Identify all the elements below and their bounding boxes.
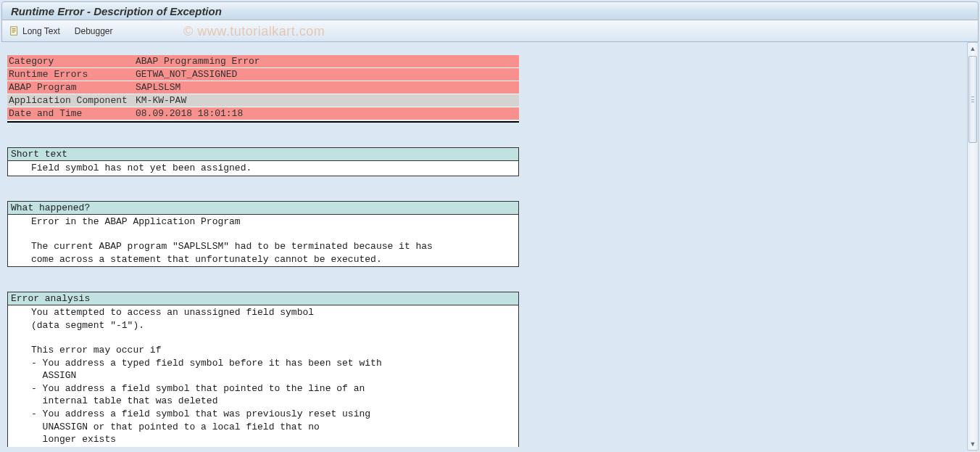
info-value: SAPLSLSM <box>134 81 519 94</box>
table-row: ABAP ProgramSAPLSLSM <box>7 81 519 94</box>
info-value: KM-KW-PAW <box>134 94 519 107</box>
long-text-button[interactable]: Long Text <box>9 26 60 36</box>
scroll-down-arrow-icon[interactable]: ▼ <box>968 439 978 449</box>
info-value: ABAP Programming Error <box>134 55 519 68</box>
toolbar: Long Text Debugger © www.tutorialkart.co… <box>1 20 979 42</box>
info-label: Date and Time <box>7 107 134 120</box>
text-line: - You address a field symbol that pointe… <box>11 382 515 395</box>
text-line: You attempted to access an unassigned fi… <box>11 306 515 319</box>
info-label: Runtime Errors <box>7 68 134 81</box>
text-line: This error may occur if <box>11 344 515 357</box>
table-row: Date and Time08.09.2018 18:01:18 <box>7 107 519 120</box>
long-text-label: Long Text <box>22 26 60 36</box>
text-line: Field symbol has not yet been assigned. <box>11 162 515 175</box>
text-line: Error in the ABAP Application Program <box>11 215 515 229</box>
table-row: Runtime ErrorsGETWA_NOT_ASSIGNED <box>7 68 519 81</box>
scroll-up-arrow-icon[interactable]: ▲ <box>968 44 978 54</box>
scroll-thumb[interactable] <box>968 56 977 143</box>
title-bar: Runtime Error - Description of Exception <box>1 1 979 20</box>
content-area: CategoryABAP Programming ErrorRuntime Er… <box>1 42 967 451</box>
page-title: Runtime Error - Description of Exception <box>11 5 222 17</box>
error-analysis-header: Error analysis <box>8 292 518 305</box>
error-analysis-section: Error analysis You attempted to access a… <box>7 292 519 446</box>
vertical-scrollbar[interactable]: ▲ ▼ <box>967 42 979 451</box>
info-label: Category <box>7 55 134 68</box>
text-line <box>11 332 515 344</box>
debugger-label: Debugger <box>75 26 113 36</box>
table-divider <box>7 121 519 123</box>
document-icon <box>9 26 20 36</box>
info-label: Application Component <box>7 94 134 107</box>
text-line: come across a statement that unfortunate… <box>11 253 515 266</box>
short-text-header: Short text <box>8 148 518 161</box>
text-line: UNASSIGN or that pointed to a local fiel… <box>11 421 515 434</box>
watermark-text: © www.tutorialkart.com <box>183 23 325 38</box>
text-line: longer exists <box>11 433 515 446</box>
what-happened-header: What happened? <box>8 202 518 215</box>
table-row: CategoryABAP Programming Error <box>7 55 519 68</box>
info-value: 08.09.2018 18:01:18 <box>134 107 519 120</box>
text-line: (data segment "-1"). <box>11 319 515 332</box>
table-row: Application ComponentKM-KW-PAW <box>7 94 519 107</box>
short-text-body: Field symbol has not yet been assigned. <box>8 161 518 176</box>
text-line: The current ABAP program "SAPLSLSM" had … <box>11 240 515 253</box>
error-analysis-body: You attempted to access an unassigned fi… <box>8 305 518 446</box>
debugger-button[interactable]: Debugger <box>75 26 113 36</box>
what-happened-body: Error in the ABAP Application ProgramThe… <box>8 215 518 267</box>
short-text-section: Short text Field symbol has not yet been… <box>7 147 519 176</box>
info-label: ABAP Program <box>7 81 134 94</box>
error-info-table: CategoryABAP Programming ErrorRuntime Er… <box>7 55 519 120</box>
text-line: - You address a typed field symbol befor… <box>11 357 515 370</box>
info-value: GETWA_NOT_ASSIGNED <box>134 68 519 81</box>
text-line: - You address a field symbol that was pr… <box>11 408 515 421</box>
text-line: internal table that was deleted <box>11 395 515 408</box>
text-line <box>11 228 515 240</box>
what-happened-section: What happened? Error in the ABAP Applica… <box>7 201 519 268</box>
text-line: ASSIGN <box>11 369 515 382</box>
